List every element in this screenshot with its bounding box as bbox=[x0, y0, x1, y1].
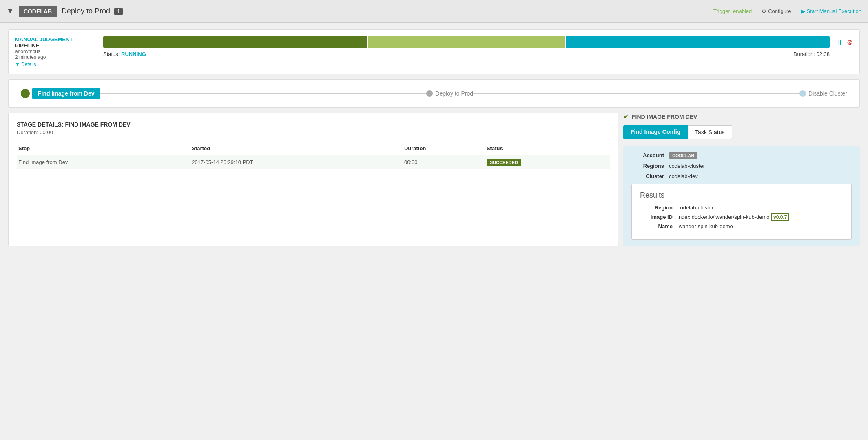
stage-circle-gray bbox=[426, 90, 433, 97]
stage-label-find-image: Find Image from Dev bbox=[32, 88, 100, 99]
start-manual-execution-link[interactable]: ▶ Start Manual Execution bbox=[801, 8, 861, 14]
tabs-row: Find Image Config Task Status bbox=[623, 125, 860, 139]
trigger-status: Trigger: enabled bbox=[713, 8, 752, 14]
cluster-value: codelab-dev bbox=[669, 173, 698, 179]
stage-circle-active bbox=[21, 89, 30, 98]
execution-card: MANUAL JUDGEMENT PIPELINE anonymous 2 mi… bbox=[8, 29, 860, 74]
execution-actions: ⏸ ⊗ bbox=[836, 36, 853, 47]
status-label: Status: bbox=[103, 51, 120, 57]
result-region-value: codelab-cluster bbox=[678, 204, 713, 211]
result-name-value: lwander-spin-kub-demo bbox=[678, 223, 733, 229]
result-image-id-label: Image ID bbox=[640, 214, 673, 220]
step-duration: 00:00 bbox=[403, 155, 485, 170]
start-execution-label: Start Manual Execution bbox=[807, 8, 861, 14]
col-duration: Duration bbox=[403, 142, 485, 155]
pipeline-count-badge: 1 bbox=[114, 8, 123, 15]
result-image-id-row: Image ID index.docker.io/lwander/spin-ku… bbox=[640, 214, 843, 220]
stage-circle-light bbox=[799, 90, 806, 97]
config-cluster-row: Cluster codelab-dev bbox=[631, 173, 852, 179]
stage-connector-1 bbox=[100, 93, 426, 94]
regions-label: Regions bbox=[631, 163, 664, 169]
result-region-row: Region codelab-cluster bbox=[640, 204, 843, 211]
stage-pipeline: Find Image from Dev Deploy to Prod Disab… bbox=[8, 79, 860, 108]
details-label: Details bbox=[21, 62, 36, 67]
dropdown-chevron-icon[interactable]: ▼ bbox=[7, 7, 14, 16]
step-status: SUCCEEDED bbox=[485, 155, 610, 170]
results-card: Results Region codelab-cluster Image ID … bbox=[631, 184, 852, 240]
col-started: Started bbox=[190, 142, 403, 155]
execution-header: MANUAL JUDGEMENT PIPELINE anonymous 2 mi… bbox=[15, 36, 853, 67]
progress-duration: Duration: 02:38 bbox=[793, 51, 830, 57]
status-badge: SUCCEEDED bbox=[487, 159, 521, 166]
progress-bar-teal bbox=[566, 36, 830, 48]
details-link[interactable]: ▼ Details bbox=[15, 62, 97, 67]
progress-footer: Status: RUNNING Duration: 02:38 bbox=[103, 51, 830, 57]
stage-details-duration: Duration: 00:00 bbox=[17, 129, 610, 136]
progress-bars bbox=[103, 36, 830, 48]
chevron-down-icon: ▼ bbox=[15, 62, 20, 67]
cancel-button[interactable]: ⊗ bbox=[847, 38, 853, 47]
version-badge: v0.0.7 bbox=[771, 213, 789, 221]
cluster-label: Cluster bbox=[631, 173, 664, 179]
step-name: Find Image from Dev bbox=[17, 155, 190, 170]
col-status: Status bbox=[485, 142, 610, 155]
pause-button[interactable]: ⏸ bbox=[836, 38, 844, 47]
progress-area: Status: RUNNING Duration: 02:38 bbox=[97, 36, 836, 57]
main-content: MANUAL JUDGEMENT PIPELINE anonymous 2 mi… bbox=[0, 23, 868, 253]
gear-icon: ⚙ bbox=[762, 8, 766, 14]
steps-table: Step Started Duration Status Find Image … bbox=[17, 142, 610, 169]
stage-node-deploy[interactable]: Deploy to Prod bbox=[426, 90, 473, 97]
result-image-id-value: index.docker.io/lwander/spin-kub-demo v0… bbox=[678, 214, 789, 220]
stage-node-disable[interactable]: Disable Cluster bbox=[799, 90, 847, 97]
tab-task-status[interactable]: Task Status bbox=[688, 125, 732, 139]
result-region-label: Region bbox=[640, 204, 673, 211]
top-bar: ▼ CODELAB Deploy to Prod 1 Trigger: enab… bbox=[0, 0, 868, 23]
progress-bar-light-green bbox=[368, 36, 565, 48]
stage-label-deploy: Deploy to Prod bbox=[435, 90, 473, 97]
result-name-label: Name bbox=[640, 223, 673, 229]
checkmark-icon: ✔ bbox=[623, 113, 629, 120]
step-started: 2017-05-14 20:29:10 PDT bbox=[190, 155, 403, 170]
pipeline-label: PIPELINE bbox=[15, 42, 97, 49]
stage-node-find-image[interactable]: Find Image from Dev bbox=[21, 88, 100, 99]
right-panel-header: ✔ FIND IMAGE FROM DEV bbox=[623, 113, 860, 120]
configure-link[interactable]: ⚙ Configure bbox=[762, 8, 791, 14]
execution-meta: MANUAL JUDGEMENT PIPELINE anonymous 2 mi… bbox=[15, 36, 97, 67]
top-bar-actions: Trigger: enabled ⚙ Configure ▶ Start Man… bbox=[713, 8, 861, 14]
result-name-row: Name lwander-spin-kub-demo bbox=[640, 223, 843, 229]
pipeline-title: Deploy to Prod bbox=[62, 7, 110, 16]
stage-label-disable: Disable Cluster bbox=[808, 90, 847, 97]
progress-status: Status: RUNNING bbox=[103, 51, 146, 57]
results-title: Results bbox=[640, 191, 843, 200]
account-label: Account bbox=[631, 152, 664, 158]
right-panel: ✔ FIND IMAGE FROM DEV Find Image Config … bbox=[623, 113, 860, 246]
config-account-row: Account CODELAB bbox=[631, 152, 852, 159]
stage-details-card: STAGE DETAILS: FIND IMAGE FROM DEV Durat… bbox=[8, 113, 618, 246]
status-value: RUNNING bbox=[121, 51, 146, 57]
progress-bar-dark-green bbox=[103, 36, 367, 48]
pipeline-type: MANUAL JUDGEMENT bbox=[15, 36, 97, 42]
pipeline-user: anonymous bbox=[15, 49, 97, 54]
configure-label: Configure bbox=[768, 8, 791, 14]
stage-details-title: STAGE DETAILS: FIND IMAGE FROM DEV bbox=[17, 121, 610, 128]
bottom-section: STAGE DETAILS: FIND IMAGE FROM DEV Durat… bbox=[8, 113, 860, 246]
col-step: Step bbox=[17, 142, 190, 155]
regions-value: codelab-cluster bbox=[669, 163, 705, 169]
stage-connector-2 bbox=[473, 93, 799, 94]
config-details: Account CODELAB Regions codelab-cluster … bbox=[623, 146, 860, 246]
codelab-badge: CODELAB bbox=[19, 6, 57, 17]
table-row: Find Image from Dev 2017-05-14 20:29:10 … bbox=[17, 155, 610, 170]
pipeline-time: 2 minutes ago bbox=[15, 54, 97, 60]
play-icon: ▶ bbox=[801, 8, 805, 14]
image-id-prefix: index.docker.io/lwander/spin-kub-demo bbox=[678, 214, 771, 220]
config-regions-row: Regions codelab-cluster bbox=[631, 163, 852, 169]
account-value: CODELAB bbox=[669, 152, 698, 159]
tab-find-image-config[interactable]: Find Image Config bbox=[623, 125, 688, 139]
right-panel-title: FIND IMAGE FROM DEV bbox=[632, 113, 697, 120]
